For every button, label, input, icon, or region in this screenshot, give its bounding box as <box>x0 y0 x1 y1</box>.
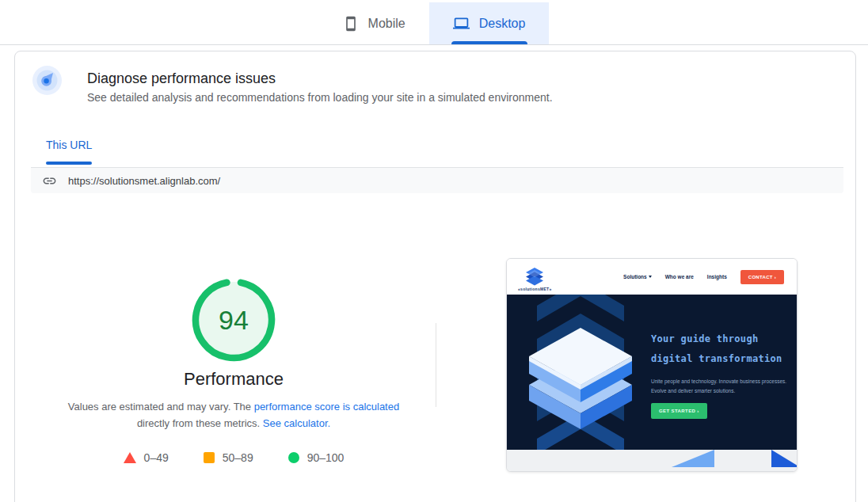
legend-range-pass: 90–100 <box>307 451 345 464</box>
orange-square-icon <box>204 452 215 463</box>
thumb-nav-solutions: Solutions <box>623 274 652 280</box>
link-icon <box>42 173 57 188</box>
tab-mobile-label: Mobile <box>368 17 405 31</box>
page-subtitle: See detailed analysis and recommendation… <box>87 91 553 104</box>
see-calculator-link[interactable]: See calculator. <box>263 417 330 429</box>
diagnose-header: Diagnose performance issues See detailed… <box>32 66 553 104</box>
thumb-site-header: «solutionsMET» Solutions Who we are Insi… <box>507 259 797 295</box>
red-triangle-icon <box>124 452 136 463</box>
desktop-icon <box>453 15 470 32</box>
thumb-site-logo: «solutionsMET» <box>518 268 552 291</box>
performance-gauge[interactable]: 94 <box>189 276 278 364</box>
device-tab-bar: Mobile Desktop <box>0 0 868 45</box>
score-value: 94 <box>189 276 278 364</box>
score-legend: 0–49 50–89 90–100 <box>31 451 436 464</box>
thumb-hero: Your guide through digital transformatio… <box>507 295 797 450</box>
legend-range-average: 50–89 <box>223 451 253 464</box>
pagespeed-insights-page: Mobile Desktop Diagnose performance issu… <box>0 0 868 502</box>
thumb-nav-who-we-are: Who we are <box>665 274 694 280</box>
tested-url: https://solutionsmet.alignlab.com/ <box>68 175 220 187</box>
selected-tab-underline <box>451 41 527 44</box>
site-screenshot-thumbnail[interactable]: «solutionsMET» Solutions Who we are Insi… <box>506 258 798 472</box>
tab-desktop[interactable]: Desktop <box>429 2 550 44</box>
isometric-cube-illustration <box>507 295 653 450</box>
page-title: Diagnose performance issues <box>87 70 553 87</box>
legend-item-average: 50–89 <box>204 451 253 464</box>
thumb-nav-insights: Insights <box>707 274 727 280</box>
dark-blue-triangle <box>771 450 798 467</box>
smartphone-icon <box>343 16 359 32</box>
performance-score-section: 94 Performance Values are estimated and … <box>31 276 436 464</box>
tab-this-url[interactable]: This URL <box>46 139 92 151</box>
thumb-hero-copy: Your guide through digital transformatio… <box>651 329 790 419</box>
disclaimer-text-2: directly from these metrics. <box>137 417 263 429</box>
performance-label: Performance <box>31 369 436 390</box>
vertical-divider <box>436 323 436 407</box>
legend-item-pass: 90–100 <box>288 451 345 464</box>
thumb-footer <box>507 450 797 472</box>
this-url-underline <box>46 162 92 165</box>
disclaimer-text-1: Values are estimated and may vary. The <box>68 401 254 413</box>
thumb-logo-text: «solutionsMET» <box>518 287 552 291</box>
thumb-contact-button: CONTACT › <box>740 270 784 284</box>
speedometer-icon <box>32 66 62 95</box>
tab-desktop-label: Desktop <box>479 17 526 31</box>
legend-range-fail: 0–49 <box>144 451 169 464</box>
diagnose-card: Diagnose performance issues See detailed… <box>14 51 856 502</box>
light-blue-triangle <box>672 450 714 467</box>
logo-cube-icon <box>524 268 545 286</box>
thumb-site-nav: Solutions Who we are Insights CONTACT › <box>623 270 784 284</box>
legend-item-fail: 0–49 <box>124 451 169 464</box>
url-bar[interactable]: https://solutionsmet.alignlab.com/ <box>31 167 843 193</box>
green-circle-icon <box>288 452 299 463</box>
chevron-down-icon <box>649 276 652 278</box>
thumb-hero-title: Your guide through digital transformatio… <box>651 329 790 369</box>
diagnose-header-text: Diagnose performance issues See detailed… <box>87 66 553 104</box>
score-disclaimer: Values are estimated and may vary. The p… <box>31 398 436 432</box>
score-calc-link[interactable]: performance score is calculated <box>254 401 400 413</box>
thumb-get-started-button: GET STARTED › <box>651 403 707 419</box>
tab-mobile[interactable]: Mobile <box>319 2 429 44</box>
thumb-hero-subtitle: Unite people and technology. Innovate bu… <box>651 377 790 396</box>
